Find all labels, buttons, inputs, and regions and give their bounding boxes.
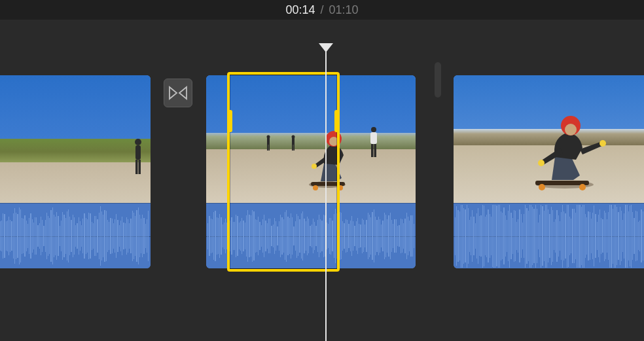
figure-standing [367, 126, 381, 162]
svg-point-4 [267, 135, 270, 139]
svg-point-25 [539, 184, 545, 190]
svg-rect-21 [371, 144, 374, 157]
timecode-bar: 00:14 / 01:10 [0, 0, 644, 20]
timeline-clip[interactable] [0, 75, 151, 268]
svg-rect-3 [139, 160, 141, 174]
svg-point-8 [292, 135, 295, 139]
figure-skater-crouch [308, 126, 367, 191]
clip-video-thumbnail [206, 75, 416, 203]
figure-distant [265, 135, 272, 152]
clip-audio-waveform[interactable] [0, 203, 151, 268]
svg-rect-22 [374, 144, 377, 157]
waveform-bars [0, 204, 151, 268]
svg-point-15 [338, 185, 343, 190]
svg-point-18 [312, 164, 317, 169]
svg-rect-5 [267, 138, 270, 145]
timeline-clip[interactable] [454, 75, 644, 268]
waveform-bars [206, 204, 416, 268]
svg-point-0 [135, 139, 141, 145]
svg-point-17 [329, 137, 338, 146]
svg-rect-1 [135, 145, 141, 160]
clip-audio-waveform[interactable] [454, 203, 644, 268]
clip-audio-waveform[interactable] [206, 203, 416, 268]
cross-dissolve-icon [168, 86, 188, 100]
svg-point-29 [538, 160, 545, 166]
edit-point-indicator[interactable] [435, 62, 441, 98]
svg-rect-20 [370, 132, 377, 144]
timeline-strip[interactable] [0, 75, 644, 268]
svg-rect-9 [292, 138, 295, 145]
svg-rect-7 [268, 145, 270, 151]
current-timecode: 00:14 [285, 3, 315, 17]
svg-point-19 [371, 127, 376, 132]
svg-point-30 [599, 140, 606, 147]
svg-point-26 [579, 184, 586, 190]
svg-point-14 [313, 185, 318, 190]
timecode-display: 00:14 / 01:10 [285, 3, 358, 17]
figure-skater-crouch [529, 113, 614, 191]
transition-well[interactable] [164, 79, 192, 107]
figure-standing [131, 137, 145, 180]
clip-video-thumbnail [0, 75, 151, 203]
svg-rect-10 [292, 145, 293, 151]
waveform-bars [454, 204, 644, 268]
total-duration: 01:10 [329, 3, 359, 17]
svg-rect-11 [293, 145, 295, 151]
timecode-separator: / [320, 3, 323, 17]
timeline-clip[interactable] [206, 75, 416, 268]
figure-distant [290, 135, 296, 152]
svg-point-28 [565, 124, 577, 135]
svg-rect-2 [135, 160, 138, 174]
clip-video-thumbnail [454, 75, 644, 203]
svg-rect-6 [267, 145, 268, 151]
